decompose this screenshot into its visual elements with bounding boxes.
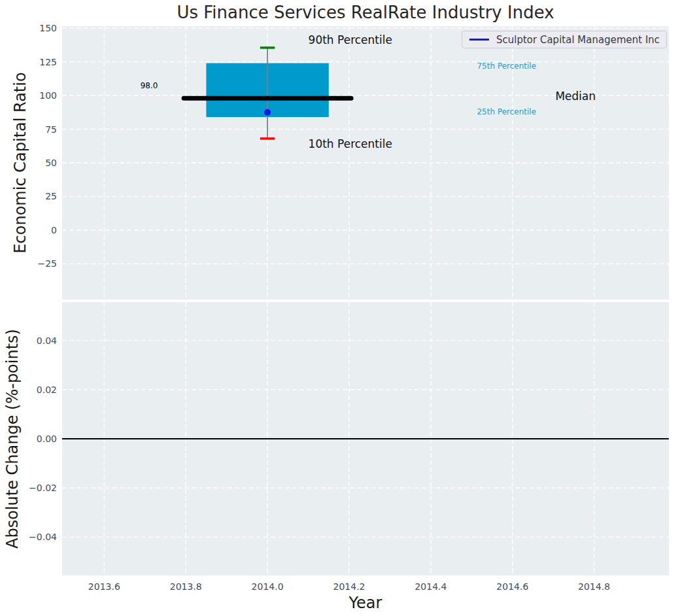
chart-title: Us Finance Services RealRate Industry In…: [62, 3, 669, 22]
annotation-90th-percentile: 90th Percentile: [309, 34, 392, 47]
x-tick-label: 2014.2: [333, 582, 365, 591]
bottom-plot-area: [62, 302, 669, 575]
annotation-median: Median: [555, 90, 596, 103]
top-y-axis-label: Economic Capital Ratio: [11, 72, 29, 253]
annotation-75th-percentile: 75th Percentile: [477, 62, 536, 71]
y-tick-label: 150: [39, 24, 57, 33]
y-tick-label: 0.02: [37, 385, 57, 394]
legend-label: Sculptor Capital Management Inc: [496, 34, 660, 46]
x-tick-label: 2013.8: [170, 582, 202, 591]
annotation-10th-percentile: 10th Percentile: [309, 138, 392, 151]
x-tick-label: 2014.0: [252, 582, 284, 591]
top-plot-area: [62, 26, 669, 299]
company-dot: [264, 109, 271, 116]
y-tick-label: −25: [37, 259, 57, 268]
bottom-y-axis-label: Absolute Change (%-points): [3, 329, 22, 549]
y-tick-label: 50: [45, 158, 57, 167]
figure: Us Finance Services RealRate Industry In…: [0, 0, 676, 616]
legend-line-sample: [469, 39, 489, 41]
x-tick-label: 2014.8: [578, 582, 610, 591]
y-tick-label: 125: [39, 58, 57, 67]
y-tick-label: 0: [51, 226, 57, 235]
y-tick-label: 100: [39, 91, 57, 100]
y-tick-label: 0.00: [37, 434, 57, 443]
y-tick-label: −0.04: [29, 532, 57, 541]
x-tick-label: 2014.6: [496, 582, 528, 591]
x-axis-label: Year: [349, 594, 382, 612]
y-tick-label: 25: [45, 192, 57, 201]
x-tick-label: 2013.6: [88, 582, 120, 591]
x-tick-label: 2014.4: [414, 582, 447, 591]
y-tick-label: 75: [45, 125, 57, 134]
annotation-median-value: 98.0: [141, 82, 158, 91]
annotation-25th-percentile: 25th Percentile: [477, 108, 536, 117]
y-tick-label: −0.02: [29, 483, 57, 492]
y-tick-label: 0.04: [37, 336, 57, 345]
legend: Sculptor Capital Management Inc: [462, 31, 667, 48]
